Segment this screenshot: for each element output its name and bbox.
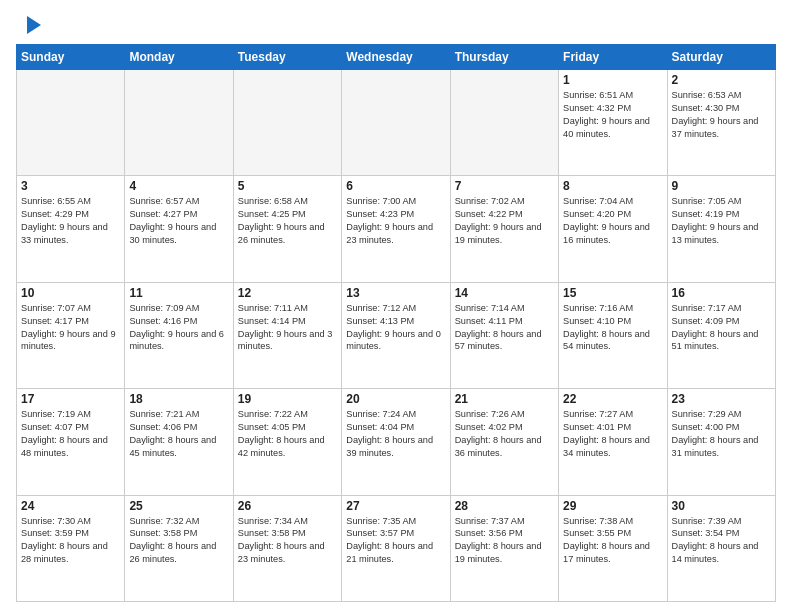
day-info: Sunrise: 6:53 AMSunset: 4:30 PMDaylight:… [672, 89, 771, 141]
calendar-cell: 21Sunrise: 7:26 AMSunset: 4:02 PMDayligh… [450, 389, 558, 495]
day-info: Sunrise: 6:58 AMSunset: 4:25 PMDaylight:… [238, 195, 337, 247]
calendar-cell: 10Sunrise: 7:07 AMSunset: 4:17 PMDayligh… [17, 282, 125, 388]
calendar-week-row: 17Sunrise: 7:19 AMSunset: 4:07 PMDayligh… [17, 389, 776, 495]
calendar-cell: 25Sunrise: 7:32 AMSunset: 3:58 PMDayligh… [125, 495, 233, 601]
day-info: Sunrise: 7:26 AMSunset: 4:02 PMDaylight:… [455, 408, 554, 460]
day-info: Sunrise: 7:17 AMSunset: 4:09 PMDaylight:… [672, 302, 771, 354]
calendar-cell [233, 70, 341, 176]
day-info: Sunrise: 7:02 AMSunset: 4:22 PMDaylight:… [455, 195, 554, 247]
day-number: 4 [129, 179, 228, 193]
calendar-header-tuesday: Tuesday [233, 45, 341, 70]
day-info: Sunrise: 7:35 AMSunset: 3:57 PMDaylight:… [346, 515, 445, 567]
day-number: 25 [129, 499, 228, 513]
calendar-week-row: 3Sunrise: 6:55 AMSunset: 4:29 PMDaylight… [17, 176, 776, 282]
calendar-cell: 18Sunrise: 7:21 AMSunset: 4:06 PMDayligh… [125, 389, 233, 495]
day-number: 24 [21, 499, 120, 513]
day-info: Sunrise: 7:32 AMSunset: 3:58 PMDaylight:… [129, 515, 228, 567]
logo-icon [19, 12, 45, 38]
calendar-header-wednesday: Wednesday [342, 45, 450, 70]
day-info: Sunrise: 6:51 AMSunset: 4:32 PMDaylight:… [563, 89, 662, 141]
calendar-header-sunday: Sunday [17, 45, 125, 70]
day-number: 8 [563, 179, 662, 193]
logo-text [16, 12, 45, 38]
calendar-cell: 13Sunrise: 7:12 AMSunset: 4:13 PMDayligh… [342, 282, 450, 388]
day-number: 7 [455, 179, 554, 193]
calendar-cell: 15Sunrise: 7:16 AMSunset: 4:10 PMDayligh… [559, 282, 667, 388]
day-number: 3 [21, 179, 120, 193]
day-number: 2 [672, 73, 771, 87]
day-number: 9 [672, 179, 771, 193]
calendar-header-thursday: Thursday [450, 45, 558, 70]
calendar-header-friday: Friday [559, 45, 667, 70]
calendar-cell: 1Sunrise: 6:51 AMSunset: 4:32 PMDaylight… [559, 70, 667, 176]
day-info: Sunrise: 7:09 AMSunset: 4:16 PMDaylight:… [129, 302, 228, 354]
day-number: 20 [346, 392, 445, 406]
day-info: Sunrise: 7:12 AMSunset: 4:13 PMDaylight:… [346, 302, 445, 354]
calendar-header-saturday: Saturday [667, 45, 775, 70]
calendar-cell: 16Sunrise: 7:17 AMSunset: 4:09 PMDayligh… [667, 282, 775, 388]
day-number: 17 [21, 392, 120, 406]
calendar-cell: 7Sunrise: 7:02 AMSunset: 4:22 PMDaylight… [450, 176, 558, 282]
day-number: 5 [238, 179, 337, 193]
day-info: Sunrise: 7:27 AMSunset: 4:01 PMDaylight:… [563, 408, 662, 460]
day-number: 11 [129, 286, 228, 300]
day-number: 18 [129, 392, 228, 406]
day-number: 29 [563, 499, 662, 513]
calendar-cell: 26Sunrise: 7:34 AMSunset: 3:58 PMDayligh… [233, 495, 341, 601]
calendar-cell: 6Sunrise: 7:00 AMSunset: 4:23 PMDaylight… [342, 176, 450, 282]
calendar-cell [450, 70, 558, 176]
day-number: 15 [563, 286, 662, 300]
day-number: 27 [346, 499, 445, 513]
calendar-cell: 24Sunrise: 7:30 AMSunset: 3:59 PMDayligh… [17, 495, 125, 601]
day-info: Sunrise: 7:30 AMSunset: 3:59 PMDaylight:… [21, 515, 120, 567]
day-info: Sunrise: 7:11 AMSunset: 4:14 PMDaylight:… [238, 302, 337, 354]
calendar-cell: 5Sunrise: 6:58 AMSunset: 4:25 PMDaylight… [233, 176, 341, 282]
calendar-cell: 28Sunrise: 7:37 AMSunset: 3:56 PMDayligh… [450, 495, 558, 601]
calendar-cell: 8Sunrise: 7:04 AMSunset: 4:20 PMDaylight… [559, 176, 667, 282]
day-number: 28 [455, 499, 554, 513]
day-info: Sunrise: 7:24 AMSunset: 4:04 PMDaylight:… [346, 408, 445, 460]
header [16, 12, 776, 38]
calendar-cell: 27Sunrise: 7:35 AMSunset: 3:57 PMDayligh… [342, 495, 450, 601]
calendar-cell: 29Sunrise: 7:38 AMSunset: 3:55 PMDayligh… [559, 495, 667, 601]
day-info: Sunrise: 7:21 AMSunset: 4:06 PMDaylight:… [129, 408, 228, 460]
logo [16, 12, 45, 38]
calendar-cell: 2Sunrise: 6:53 AMSunset: 4:30 PMDaylight… [667, 70, 775, 176]
day-number: 1 [563, 73, 662, 87]
calendar-cell: 20Sunrise: 7:24 AMSunset: 4:04 PMDayligh… [342, 389, 450, 495]
day-info: Sunrise: 7:37 AMSunset: 3:56 PMDaylight:… [455, 515, 554, 567]
calendar-cell: 14Sunrise: 7:14 AMSunset: 4:11 PMDayligh… [450, 282, 558, 388]
day-number: 21 [455, 392, 554, 406]
calendar-header-monday: Monday [125, 45, 233, 70]
day-number: 26 [238, 499, 337, 513]
calendar-week-row: 1Sunrise: 6:51 AMSunset: 4:32 PMDaylight… [17, 70, 776, 176]
calendar-cell: 30Sunrise: 7:39 AMSunset: 3:54 PMDayligh… [667, 495, 775, 601]
calendar-week-row: 24Sunrise: 7:30 AMSunset: 3:59 PMDayligh… [17, 495, 776, 601]
day-number: 23 [672, 392, 771, 406]
calendar-cell: 11Sunrise: 7:09 AMSunset: 4:16 PMDayligh… [125, 282, 233, 388]
day-info: Sunrise: 7:16 AMSunset: 4:10 PMDaylight:… [563, 302, 662, 354]
calendar-cell [125, 70, 233, 176]
day-info: Sunrise: 7:00 AMSunset: 4:23 PMDaylight:… [346, 195, 445, 247]
svg-marker-0 [27, 16, 41, 34]
day-number: 10 [21, 286, 120, 300]
calendar-cell [342, 70, 450, 176]
day-number: 14 [455, 286, 554, 300]
calendar-cell: 17Sunrise: 7:19 AMSunset: 4:07 PMDayligh… [17, 389, 125, 495]
day-info: Sunrise: 7:38 AMSunset: 3:55 PMDaylight:… [563, 515, 662, 567]
page: SundayMondayTuesdayWednesdayThursdayFrid… [0, 0, 792, 612]
calendar-cell: 22Sunrise: 7:27 AMSunset: 4:01 PMDayligh… [559, 389, 667, 495]
day-info: Sunrise: 6:55 AMSunset: 4:29 PMDaylight:… [21, 195, 120, 247]
calendar-cell: 4Sunrise: 6:57 AMSunset: 4:27 PMDaylight… [125, 176, 233, 282]
day-info: Sunrise: 7:29 AMSunset: 4:00 PMDaylight:… [672, 408, 771, 460]
day-info: Sunrise: 7:39 AMSunset: 3:54 PMDaylight:… [672, 515, 771, 567]
day-number: 30 [672, 499, 771, 513]
day-info: Sunrise: 7:05 AMSunset: 4:19 PMDaylight:… [672, 195, 771, 247]
calendar-table: SundayMondayTuesdayWednesdayThursdayFrid… [16, 44, 776, 602]
calendar-cell: 19Sunrise: 7:22 AMSunset: 4:05 PMDayligh… [233, 389, 341, 495]
day-number: 6 [346, 179, 445, 193]
calendar-header-row: SundayMondayTuesdayWednesdayThursdayFrid… [17, 45, 776, 70]
calendar-cell: 9Sunrise: 7:05 AMSunset: 4:19 PMDaylight… [667, 176, 775, 282]
day-info: Sunrise: 7:34 AMSunset: 3:58 PMDaylight:… [238, 515, 337, 567]
day-info: Sunrise: 7:04 AMSunset: 4:20 PMDaylight:… [563, 195, 662, 247]
